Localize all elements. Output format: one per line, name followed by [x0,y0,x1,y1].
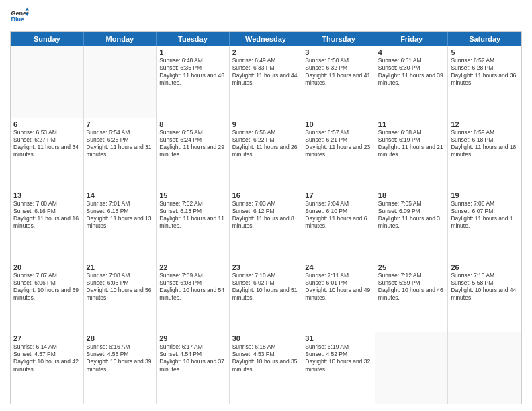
cell-sun-info: Sunrise: 6:14 AM Sunset: 4:57 PM Dayligh… [13,343,81,373]
day-number: 5 [451,48,519,56]
calendar-row-0: 1Sunrise: 6:48 AM Sunset: 6:35 PM Daylig… [11,46,521,118]
cell-sun-info: Sunrise: 6:48 AM Sunset: 6:35 PM Dayligh… [159,57,226,87]
calendar-row-1: 6Sunrise: 6:53 AM Sunset: 6:27 PM Daylig… [11,118,521,190]
calendar-cell-day-25: 25Sunrise: 7:12 AM Sunset: 5:59 PM Dayli… [375,261,449,332]
day-number: 13 [13,191,81,199]
page-header: General Blue [10,7,522,26]
calendar-cell-day-29: 29Sunrise: 6:17 AM Sunset: 4:54 PM Dayli… [157,332,230,404]
cell-sun-info: Sunrise: 6:18 AM Sunset: 4:53 PM Dayligh… [232,343,300,373]
day-number: 26 [451,263,519,271]
day-number: 10 [305,120,372,128]
day-number: 2 [232,48,300,56]
cell-sun-info: Sunrise: 7:13 AM Sunset: 5:58 PM Dayligh… [451,272,519,302]
header-day-wednesday: Wednesday [230,32,303,46]
calendar-cell-day-30: 30Sunrise: 6:18 AM Sunset: 4:53 PM Dayli… [230,332,303,404]
calendar-cell-day-1: 1Sunrise: 6:48 AM Sunset: 6:35 PM Daylig… [157,46,230,118]
day-number: 9 [232,120,300,128]
calendar-cell-day-3: 3Sunrise: 6:50 AM Sunset: 6:32 PM Daylig… [302,46,375,118]
calendar-cell-day-10: 10Sunrise: 6:57 AM Sunset: 6:21 PM Dayli… [302,118,375,189]
calendar-cell-day-9: 9Sunrise: 6:56 AM Sunset: 6:22 PM Daylig… [230,118,303,189]
calendar-cell-empty [448,332,521,404]
logo: General Blue [10,7,32,26]
day-number: 3 [305,48,372,56]
calendar-cell-empty [11,46,84,118]
calendar-cell-day-23: 23Sunrise: 7:10 AM Sunset: 6:02 PM Dayli… [230,261,303,332]
calendar-cell-day-19: 19Sunrise: 7:06 AM Sunset: 6:07 PM Dayli… [448,189,521,261]
cell-sun-info: Sunrise: 6:55 AM Sunset: 6:24 PM Dayligh… [159,129,226,158]
cell-sun-info: Sunrise: 6:58 AM Sunset: 6:19 PM Dayligh… [378,129,445,158]
calendar-cell-day-5: 5Sunrise: 6:52 AM Sunset: 6:28 PM Daylig… [448,46,521,118]
calendar-cell-day-17: 17Sunrise: 7:04 AM Sunset: 6:10 PM Dayli… [302,189,375,261]
calendar-cell-empty [375,332,449,404]
cell-sun-info: Sunrise: 6:53 AM Sunset: 6:27 PM Dayligh… [13,129,81,158]
day-number: 25 [378,263,445,271]
calendar-cell-day-24: 24Sunrise: 7:11 AM Sunset: 6:01 PM Dayli… [302,261,375,332]
header-day-tuesday: Tuesday [157,32,230,46]
calendar-cell-day-22: 22Sunrise: 7:09 AM Sunset: 6:03 PM Dayli… [157,261,230,332]
calendar-cell-day-13: 13Sunrise: 7:00 AM Sunset: 6:16 PM Dayli… [11,189,84,261]
cell-sun-info: Sunrise: 7:12 AM Sunset: 5:59 PM Dayligh… [378,272,445,302]
cell-sun-info: Sunrise: 6:57 AM Sunset: 6:21 PM Dayligh… [305,129,372,158]
day-number: 19 [451,191,519,199]
day-number: 22 [159,263,226,271]
calendar-cell-day-16: 16Sunrise: 7:03 AM Sunset: 6:12 PM Dayli… [230,189,303,261]
calendar-row-4: 27Sunrise: 6:14 AM Sunset: 4:57 PM Dayli… [11,332,521,404]
day-number: 16 [232,191,300,199]
calendar-cell-day-4: 4Sunrise: 6:51 AM Sunset: 6:30 PM Daylig… [375,46,449,118]
calendar-body: 1Sunrise: 6:48 AM Sunset: 6:35 PM Daylig… [11,46,521,404]
calendar-header: SundayMondayTuesdayWednesdayThursdayFrid… [11,32,521,46]
day-number: 15 [159,191,226,199]
day-number: 23 [232,263,300,271]
cell-sun-info: Sunrise: 7:10 AM Sunset: 6:02 PM Dayligh… [232,272,300,302]
calendar-row-2: 13Sunrise: 7:00 AM Sunset: 6:16 PM Dayli… [11,189,521,261]
calendar-cell-day-27: 27Sunrise: 6:14 AM Sunset: 4:57 PM Dayli… [11,332,84,404]
cell-sun-info: Sunrise: 6:52 AM Sunset: 6:28 PM Dayligh… [451,57,519,87]
calendar-cell-day-12: 12Sunrise: 6:59 AM Sunset: 6:18 PM Dayli… [448,118,521,189]
logo-icon: General Blue [10,7,29,26]
calendar-cell-day-14: 14Sunrise: 7:01 AM Sunset: 6:15 PM Dayli… [84,189,157,261]
calendar-cell-day-15: 15Sunrise: 7:02 AM Sunset: 6:13 PM Dayli… [157,189,230,261]
day-number: 21 [87,263,154,271]
cell-sun-info: Sunrise: 6:17 AM Sunset: 4:54 PM Dayligh… [159,343,226,373]
cell-sun-info: Sunrise: 7:04 AM Sunset: 6:10 PM Dayligh… [305,200,372,230]
cell-sun-info: Sunrise: 7:03 AM Sunset: 6:12 PM Dayligh… [232,200,300,230]
calendar-cell-day-2: 2Sunrise: 6:49 AM Sunset: 6:33 PM Daylig… [230,46,303,118]
header-day-thursday: Thursday [302,32,375,46]
svg-marker-2 [25,7,29,10]
day-number: 14 [87,191,154,199]
cell-sun-info: Sunrise: 7:08 AM Sunset: 6:05 PM Dayligh… [87,272,154,302]
cell-sun-info: Sunrise: 6:59 AM Sunset: 6:18 PM Dayligh… [451,129,519,158]
svg-text:Blue: Blue [11,16,24,23]
cell-sun-info: Sunrise: 7:07 AM Sunset: 6:06 PM Dayligh… [13,272,81,302]
cell-sun-info: Sunrise: 6:51 AM Sunset: 6:30 PM Dayligh… [378,57,445,87]
calendar: SundayMondayTuesdayWednesdayThursdayFrid… [10,31,522,404]
header-day-saturday: Saturday [448,32,521,46]
cell-sun-info: Sunrise: 7:00 AM Sunset: 6:16 PM Dayligh… [13,200,81,230]
header-day-friday: Friday [375,32,449,46]
calendar-row-3: 20Sunrise: 7:07 AM Sunset: 6:06 PM Dayli… [11,261,521,333]
calendar-cell-day-26: 26Sunrise: 7:13 AM Sunset: 5:58 PM Dayli… [448,261,521,332]
calendar-cell-day-11: 11Sunrise: 6:58 AM Sunset: 6:19 PM Dayli… [375,118,449,189]
cell-sun-info: Sunrise: 6:19 AM Sunset: 4:52 PM Dayligh… [305,343,372,373]
day-number: 1 [159,48,226,56]
cell-sun-info: Sunrise: 6:49 AM Sunset: 6:33 PM Dayligh… [232,57,300,87]
day-number: 4 [378,48,445,56]
svg-text:General: General [11,10,29,17]
cell-sun-info: Sunrise: 7:05 AM Sunset: 6:09 PM Dayligh… [378,200,445,230]
cell-sun-info: Sunrise: 7:09 AM Sunset: 6:03 PM Dayligh… [159,272,226,302]
day-number: 27 [13,334,81,342]
calendar-cell-day-6: 6Sunrise: 6:53 AM Sunset: 6:27 PM Daylig… [11,118,84,189]
cell-sun-info: Sunrise: 7:06 AM Sunset: 6:07 PM Dayligh… [451,200,519,230]
day-number: 6 [13,120,81,128]
day-number: 24 [305,263,372,271]
calendar-cell-day-31: 31Sunrise: 6:19 AM Sunset: 4:52 PM Dayli… [302,332,375,404]
calendar-cell-day-18: 18Sunrise: 7:05 AM Sunset: 6:09 PM Dayli… [375,189,449,261]
calendar-cell-day-7: 7Sunrise: 6:54 AM Sunset: 6:25 PM Daylig… [84,118,157,189]
day-number: 17 [305,191,372,199]
cell-sun-info: Sunrise: 6:54 AM Sunset: 6:25 PM Dayligh… [87,129,154,158]
cell-sun-info: Sunrise: 6:56 AM Sunset: 6:22 PM Dayligh… [232,129,300,158]
calendar-cell-day-20: 20Sunrise: 7:07 AM Sunset: 6:06 PM Dayli… [11,261,84,332]
calendar-cell-empty [84,46,157,118]
header-day-monday: Monday [84,32,157,46]
day-number: 18 [378,191,445,199]
